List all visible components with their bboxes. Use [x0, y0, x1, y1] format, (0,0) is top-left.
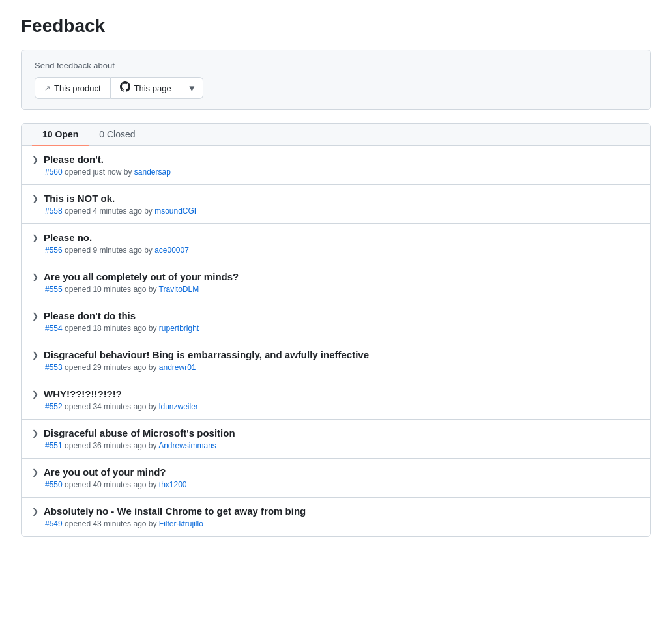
chevron-right-icon[interactable]: ❯ [32, 429, 38, 438]
github-icon [120, 81, 130, 94]
tabs-bar: 10 Open 0 Closed [22, 124, 650, 146]
issue-time: opened 29 minutes ago by [65, 363, 159, 372]
issue-number[interactable]: #550 [45, 480, 63, 489]
issue-number[interactable]: #558 [45, 207, 63, 216]
issue-time: opened 36 minutes ago by [65, 441, 158, 450]
this-page-button[interactable]: This page [111, 77, 181, 99]
chevron-right-icon[interactable]: ❯ [32, 272, 38, 281]
feedback-box: Send feedback about ↗ This product This … [21, 50, 651, 110]
tab-open[interactable]: 10 Open [32, 124, 89, 146]
issues-list: ❯ Please don't. #560 opened just now by … [22, 146, 650, 536]
issue-meta: #560 opened just now by sandersap [32, 167, 640, 177]
issue-item: ❯ Please don't. #560 opened just now by … [22, 146, 650, 185]
issue-number[interactable]: #555 [45, 285, 63, 294]
issue-time: opened 34 minutes ago by [65, 402, 159, 411]
issue-author[interactable]: thx1200 [159, 480, 187, 489]
feedback-label: Send feedback about [35, 61, 637, 70]
issue-title-row: ❯ Please no. [32, 232, 640, 243]
issue-item: ❯ Please no. #556 opened 9 minutes ago b… [22, 224, 650, 263]
tab-closed[interactable]: 0 Closed [89, 124, 145, 146]
issue-meta: #556 opened 9 minutes ago by ace00007 [32, 246, 640, 255]
issue-title[interactable]: Please don't. [44, 154, 104, 165]
issues-container: 10 Open 0 Closed ❯ Please don't. #560 op… [21, 123, 651, 537]
issue-item: ❯ Please don't do this #554 opened 18 mi… [22, 302, 650, 341]
issue-meta: #553 opened 29 minutes ago by andrewr01 [32, 363, 640, 372]
issue-title-row: ❯ WHY!??!?!!?!?!? [32, 388, 640, 399]
issue-title[interactable]: Please no. [44, 232, 92, 243]
this-page-label: This page [134, 83, 171, 93]
external-link-icon: ↗ [44, 84, 50, 93]
issue-title[interactable]: Please don't do this [44, 310, 136, 321]
issue-author[interactable]: Filter-ktrujillo [159, 519, 203, 528]
issue-author[interactable]: TravitoDLM [159, 285, 199, 294]
issue-title-row: ❯ Please don't do this [32, 310, 640, 321]
chevron-right-icon[interactable]: ❯ [32, 390, 38, 399]
issue-time: opened 10 minutes ago by [65, 285, 159, 294]
issue-item: ❯ Disgraceful abuse of Microsoft's posit… [22, 420, 650, 459]
issue-meta: #558 opened 4 minutes ago by msoundCGI [32, 207, 640, 216]
chevron-right-icon[interactable]: ❯ [32, 351, 38, 360]
issue-number[interactable]: #551 [45, 441, 63, 450]
issue-title[interactable]: Are you all completely out of your minds… [44, 271, 239, 282]
issue-item: ❯ Absolutely no - We install Chrome to g… [22, 498, 650, 536]
chevron-right-icon[interactable]: ❯ [32, 194, 38, 203]
issue-meta: #552 opened 34 minutes ago by ldunzweile… [32, 402, 640, 411]
issue-title-row: ❯ Absolutely no - We install Chrome to g… [32, 506, 640, 517]
chevron-right-icon[interactable]: ❯ [32, 468, 38, 477]
issue-title[interactable]: Disgraceful behaviour! Bing is embarrass… [44, 349, 369, 360]
issue-title-row: ❯ This is NOT ok. [32, 193, 640, 204]
issue-author[interactable]: ace00007 [154, 246, 189, 255]
issue-meta: #551 opened 36 minutes ago by Andrewsimm… [32, 441, 640, 450]
issue-meta: #549 opened 43 minutes ago by Filter-ktr… [32, 519, 640, 528]
issue-title[interactable]: Absolutely no - We install Chrome to get… [44, 506, 306, 517]
issue-meta: #554 opened 18 minutes ago by rupertbrig… [32, 324, 640, 333]
issue-time: opened 4 minutes ago by [65, 207, 154, 216]
issue-title[interactable]: Disgraceful abuse of Microsoft's positio… [44, 427, 235, 438]
issue-number[interactable]: #549 [45, 519, 63, 528]
issue-author[interactable]: andrewr01 [159, 363, 196, 372]
issue-title[interactable]: Are you out of your mind? [44, 466, 166, 478]
issue-time: opened just now by [65, 167, 134, 177]
issue-title-row: ❯ Are you all completely out of your min… [32, 271, 640, 282]
issue-number[interactable]: #556 [45, 246, 63, 255]
issue-time: opened 18 minutes ago by [65, 324, 159, 333]
chevron-down-icon: ▼ [188, 83, 196, 93]
issue-number[interactable]: #552 [45, 402, 63, 411]
issue-time: opened 9 minutes ago by [65, 246, 154, 255]
issue-title[interactable]: WHY!??!?!!?!?!? [44, 388, 122, 399]
this-product-button[interactable]: ↗ This product [35, 77, 111, 99]
issue-time: opened 40 minutes ago by [65, 480, 159, 489]
chevron-right-icon[interactable]: ❯ [32, 507, 38, 516]
issue-item: ❯ Disgraceful behaviour! Bing is embarra… [22, 341, 650, 380]
issue-title-row: ❯ Please don't. [32, 154, 640, 165]
issue-number[interactable]: #553 [45, 363, 63, 372]
chevron-right-icon[interactable]: ❯ [32, 155, 38, 164]
issue-meta: #550 opened 40 minutes ago by thx1200 [32, 480, 640, 489]
page-title: Feedback [21, 16, 651, 36]
tab-open-label: 10 Open [42, 129, 78, 139]
issue-title-row: ❯ Disgraceful behaviour! Bing is embarra… [32, 349, 640, 360]
issue-author[interactable]: rupertbright [159, 324, 199, 333]
issue-number[interactable]: #560 [45, 167, 63, 177]
tab-closed-label: 0 Closed [99, 129, 135, 139]
issue-number[interactable]: #554 [45, 324, 63, 333]
issue-item: ❯ This is NOT ok. #558 opened 4 minutes … [22, 185, 650, 224]
issue-author[interactable]: Andrewsimmans [158, 441, 216, 450]
chevron-right-icon[interactable]: ❯ [32, 233, 38, 242]
issue-item: ❯ Are you all completely out of your min… [22, 263, 650, 302]
issue-title[interactable]: This is NOT ok. [44, 193, 115, 204]
dropdown-button[interactable]: ▼ [181, 77, 203, 99]
chevron-right-icon[interactable]: ❯ [32, 311, 38, 321]
issue-time: opened 43 minutes ago by [65, 519, 159, 528]
issue-author[interactable]: msoundCGI [154, 207, 196, 216]
issue-title-row: ❯ Disgraceful abuse of Microsoft's posit… [32, 427, 640, 438]
issue-meta: #555 opened 10 minutes ago by TravitoDLM [32, 285, 640, 294]
issue-item: ❯ Are you out of your mind? #550 opened … [22, 459, 650, 498]
issue-title-row: ❯ Are you out of your mind? [32, 466, 640, 478]
issue-author[interactable]: sandersap [134, 167, 171, 177]
this-product-label: This product [54, 83, 101, 93]
issue-item: ❯ WHY!??!?!!?!?!? #552 opened 34 minutes… [22, 380, 650, 420]
feedback-buttons: ↗ This product This page ▼ [35, 77, 637, 99]
issue-author[interactable]: ldunzweiler [159, 402, 198, 411]
